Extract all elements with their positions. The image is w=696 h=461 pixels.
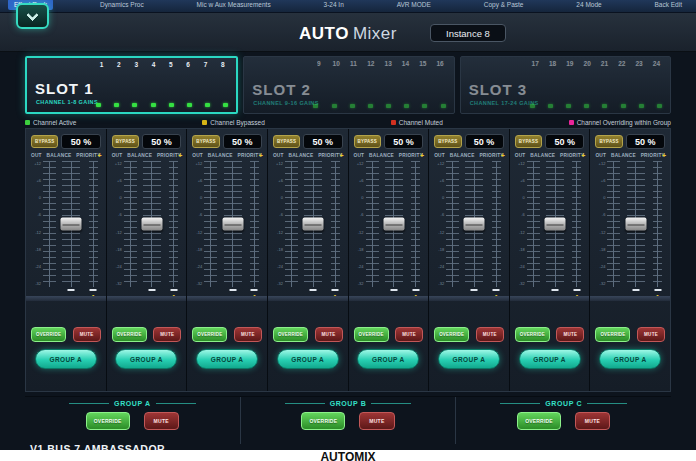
mute-button[interactable]: MUTE: [637, 327, 665, 342]
bypass-button[interactable]: BYPASS: [515, 135, 542, 148]
collapse-button[interactable]: [16, 3, 49, 29]
bypass-button[interactable]: BYPASS: [192, 135, 219, 148]
group-override-button[interactable]: OVERRIDE: [86, 412, 130, 430]
priority-fader[interactable]: + -: [248, 161, 261, 287]
channel-active-led: [169, 103, 174, 107]
out-label: OUT: [273, 153, 284, 158]
scale-label: -18: [32, 248, 41, 252]
group-override-button[interactable]: OVERRIDE: [301, 412, 345, 430]
group-assign-button[interactable]: GROUP A: [357, 349, 419, 369]
top-menu-item[interactable]: AVR MODE: [391, 0, 437, 10]
fader-handle[interactable]: [383, 218, 404, 231]
column-labels: OUT BALANCE PRIORITY: [354, 153, 424, 158]
balance-fader[interactable]: [626, 161, 646, 287]
mute-button[interactable]: MUTE: [73, 327, 101, 342]
override-button[interactable]: OVERRIDE: [31, 327, 66, 342]
instance-button[interactable]: Instance 8: [430, 24, 506, 42]
balance-fader[interactable]: [142, 161, 162, 287]
group-assign-button[interactable]: GROUP A: [438, 349, 500, 369]
balance-fader[interactable]: [303, 161, 323, 287]
top-menu-item[interactable]: Dynamics Proc: [94, 0, 150, 10]
group-mute-button[interactable]: MUTE: [144, 412, 179, 430]
page-title: AUTOMixer: [0, 24, 696, 44]
balance-fader[interactable]: [384, 161, 404, 287]
balance-label: BALANCE: [127, 153, 152, 158]
top-menu-item[interactable]: 24 Mode: [570, 0, 607, 10]
bypass-button[interactable]: BYPASS: [595, 135, 622, 148]
top-menu-item[interactable]: Back Edit: [649, 0, 688, 10]
bypass-button[interactable]: BYPASS: [434, 135, 461, 148]
caption-text: AUTOMIX: [0, 450, 696, 461]
override-button[interactable]: OVERRIDE: [515, 327, 550, 342]
channel-leds: [313, 104, 445, 108]
priority-fader[interactable]: + -: [87, 161, 100, 287]
slot-panel[interactable]: SLOT 2 CHANNEL 9-16 GAINS 91011121314151…: [243, 56, 454, 114]
out-meter: +12+60-6-12-18-24-32: [193, 161, 217, 287]
mute-button[interactable]: MUTE: [234, 327, 262, 342]
top-menu-item[interactable]: Mic w Aux Measurements: [191, 0, 277, 10]
fader-handle[interactable]: [141, 218, 162, 231]
slot-panel[interactable]: SLOT 3 CHANNEL 17-24 GAINS 1718192021222…: [460, 56, 671, 114]
mute-button[interactable]: MUTE: [556, 327, 584, 342]
scale-label: -12: [516, 231, 525, 235]
group-mute-button[interactable]: MUTE: [359, 412, 394, 430]
bypass-button[interactable]: BYPASS: [354, 135, 381, 148]
priority-fader[interactable]: + -: [329, 161, 342, 287]
group-assign-button[interactable]: GROUP A: [35, 349, 97, 369]
channel-number: 14: [400, 60, 411, 67]
channel-number: 11: [348, 60, 359, 67]
channel-number: 7: [200, 61, 211, 68]
fader-area: +12+60-6-12-18-24-32 + -: [595, 161, 665, 287]
override-button[interactable]: OVERRIDE: [595, 327, 630, 342]
slot-panel[interactable]: SLOT 1 CHANNEL 1-8 GAINS 12345678: [25, 56, 238, 114]
balance-fader[interactable]: [464, 161, 484, 287]
fader-handle[interactable]: [222, 218, 243, 231]
priority-fader[interactable]: + -: [490, 161, 503, 287]
top-menu-item[interactable]: 3-24 In: [318, 0, 350, 10]
mute-button[interactable]: MUTE: [395, 327, 423, 342]
mute-button[interactable]: MUTE: [315, 327, 343, 342]
balance-fader[interactable]: [545, 161, 565, 287]
group-assign-button[interactable]: GROUP A: [196, 349, 258, 369]
column-labels: OUT BALANCE PRIORITY: [112, 153, 182, 158]
balance-fader[interactable]: [61, 161, 81, 287]
priority-fader[interactable]: + -: [570, 161, 583, 287]
group-assign-button[interactable]: GROUP A: [277, 349, 339, 369]
group-header: GROUP C: [456, 400, 671, 407]
legend-label: Channel Overriding within Group: [577, 119, 671, 126]
meter-scale: +12+60-6-12-18-24-32: [596, 161, 605, 287]
fader-handle[interactable]: [625, 218, 646, 231]
bypass-button[interactable]: BYPASS: [273, 135, 300, 148]
title-auto: AUTO: [299, 24, 349, 43]
override-button[interactable]: OVERRIDE: [354, 327, 389, 342]
scale-label: 0: [193, 196, 202, 200]
fader-handle[interactable]: [303, 218, 324, 231]
fader-handle[interactable]: [545, 218, 566, 231]
override-button[interactable]: OVERRIDE: [192, 327, 227, 342]
mute-button[interactable]: MUTE: [153, 327, 181, 342]
priority-fader[interactable]: + -: [409, 161, 422, 287]
override-button[interactable]: OVERRIDE: [434, 327, 469, 342]
priority-minus: -: [173, 291, 175, 298]
bypass-button[interactable]: BYPASS: [31, 135, 58, 148]
mute-button[interactable]: MUTE: [476, 327, 504, 342]
priority-minus: -: [334, 291, 336, 298]
top-menu-item[interactable]: Copy & Paste: [478, 0, 530, 10]
group-mute-button[interactable]: MUTE: [575, 412, 610, 430]
bypass-button[interactable]: BYPASS: [112, 135, 139, 148]
priority-fader[interactable]: + -: [651, 161, 664, 287]
channel-active-led: [602, 104, 607, 108]
meter-scale: +12+60-6-12-18-24-32: [32, 161, 41, 287]
group-assign-button[interactable]: GROUP A: [599, 349, 661, 369]
channel-number: 8: [217, 61, 228, 68]
priority-fader[interactable]: + -: [167, 161, 180, 287]
group-assign-button[interactable]: GROUP A: [519, 349, 581, 369]
override-button[interactable]: OVERRIDE: [112, 327, 147, 342]
channel-active-led: [404, 104, 409, 108]
balance-fader[interactable]: [223, 161, 243, 287]
group-assign-button[interactable]: GROUP A: [115, 349, 177, 369]
group-override-button[interactable]: OVERRIDE: [517, 412, 561, 430]
fader-handle[interactable]: [464, 218, 485, 231]
fader-handle[interactable]: [61, 218, 82, 231]
override-button[interactable]: OVERRIDE: [273, 327, 308, 342]
